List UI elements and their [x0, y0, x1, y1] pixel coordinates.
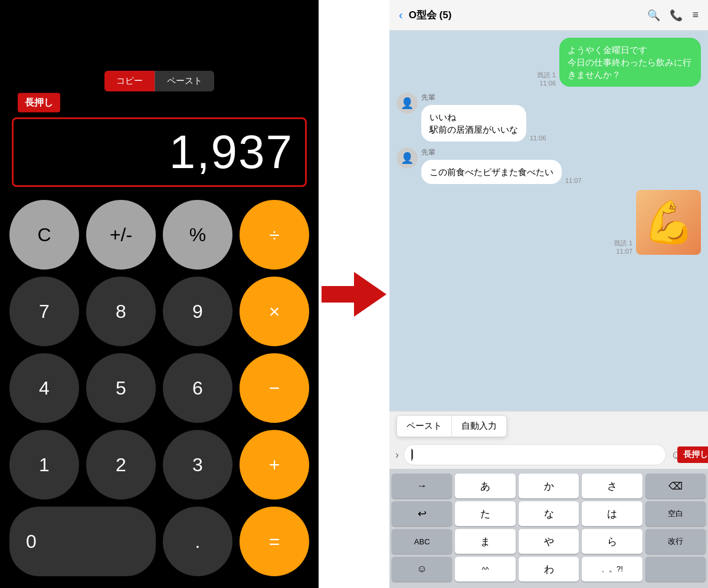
search-icon[interactable]: 🔍: [647, 9, 660, 22]
keyboard: → あ か さ ⌫ ↩ た な は 空白 ABC ま や ら 改行: [389, 469, 708, 588]
text-input[interactable]: |: [404, 444, 666, 465]
chat-title: O型会 (5): [409, 8, 642, 22]
btn-6[interactable]: 6: [163, 353, 232, 423]
btn-1[interactable]: 1: [9, 430, 79, 500]
message-row-self: 既読 111:06 ようやく金曜日です今日の仕事終わったら飲みに行きませんか？: [396, 38, 701, 87]
key-emoji[interactable]: ☺: [392, 557, 452, 582]
btn-percent[interactable]: %: [163, 200, 232, 270]
cursor: |: [411, 449, 412, 461]
msg-content-senpai-2: 先輩 この前食べたピザまた食べたい 11:07: [421, 147, 582, 184]
key-ha[interactable]: は: [582, 501, 642, 526]
btn-equals[interactable]: =: [240, 507, 309, 576]
key-ra[interactable]: ら: [582, 529, 642, 554]
calc-buttons: C +/- % ÷ 7 8 9 × 4 5 6 − 1 2 3 + 0 . =: [0, 193, 319, 588]
line-header: ‹ O型会 (5) 🔍 📞 ≡: [389, 0, 708, 31]
msg-bubble-self: ようやく金曜日です今日の仕事終わったら飲みに行きませんか？: [559, 38, 701, 87]
msg-meta-senpai-2: 11:07: [565, 177, 582, 184]
chat-area: 既読 111:06 ようやく金曜日です今日の仕事終わったら飲みに行きませんか？ …: [389, 31, 708, 411]
key-ka[interactable]: か: [519, 474, 579, 498]
key-abc[interactable]: ABC: [392, 529, 452, 554]
btn-plus[interactable]: +: [240, 430, 309, 500]
msg-meta-self: 既読 111:06: [537, 71, 556, 87]
btn-c[interactable]: C: [9, 200, 79, 270]
btn-4[interactable]: 4: [9, 353, 79, 423]
key-ya[interactable]: や: [519, 529, 579, 554]
input-area: ペースト 自動入力 › | ☺ 🎤 長押し → あ か さ ⌫: [389, 411, 708, 588]
key-arrow[interactable]: →: [392, 474, 452, 498]
btn-multiply[interactable]: ×: [240, 277, 309, 346]
calc-display-number: 1,937: [169, 126, 293, 178]
btn-5[interactable]: 5: [86, 353, 156, 423]
sticker-row: 既読 111:07 💪: [396, 190, 701, 255]
msg-bubble-senpai-2: この前食べたピザまた食べたい: [421, 160, 562, 184]
btn-3[interactable]: 3: [163, 430, 232, 500]
copy-paste-menu: コピー ペースト: [104, 71, 214, 91]
key-blank[interactable]: [645, 557, 706, 582]
header-icons: 🔍 📞 ≡: [647, 9, 699, 22]
key-punct[interactable]: 、。?!: [582, 557, 642, 582]
message-row-senpai-1: 👤 先輩 いいね駅前の居酒屋がいいな 11:06: [396, 93, 701, 142]
msg-meta-senpai-1: 11:06: [530, 134, 546, 142]
key-sa[interactable]: さ: [582, 474, 642, 498]
msg-bubble-senpai-1: いいね駅前の居酒屋がいいな: [421, 105, 526, 142]
btn-plusminus[interactable]: +/-: [86, 200, 156, 270]
calc-display-box: 1,937: [12, 117, 307, 187]
key-space[interactable]: 空白: [645, 501, 706, 526]
avatar-senpai-1: 👤: [396, 93, 418, 114]
keyboard-row-4: ☺ ^^ わ 、。?!: [392, 557, 706, 582]
paste-menu: ペースト 自動入力: [396, 415, 507, 437]
nagaoshi-label-right: 長押し: [677, 446, 708, 463]
input-row: › | ☺ 🎤 長押し: [389, 441, 708, 469]
sticker: 💪: [636, 190, 701, 255]
sender-name-2: 先輩: [421, 147, 582, 157]
menu-icon[interactable]: ≡: [692, 9, 699, 22]
btn-dot[interactable]: .: [163, 507, 232, 576]
message-row-senpai-2: 👤 先輩 この前食べたピザまた食べたい 11:07: [396, 147, 701, 184]
key-a[interactable]: あ: [455, 474, 515, 498]
paste-menu-item[interactable]: ペースト: [155, 71, 214, 91]
msg-content-self: ようやく金曜日です今日の仕事終わったら飲みに行きませんか？: [559, 38, 701, 87]
btn-8[interactable]: 8: [86, 277, 156, 346]
avatar-senpai-2: 👤: [396, 147, 418, 169]
key-ma[interactable]: ま: [455, 529, 515, 554]
key-undo[interactable]: ↩: [392, 501, 452, 526]
sender-name-1: 先輩: [421, 93, 546, 103]
key-wa[interactable]: わ: [519, 557, 579, 582]
keyboard-row-1: → あ か さ ⌫: [392, 474, 706, 498]
calculator-panel: コピー ペースト 長押し 1,937 C +/- % ÷ 7 8 9 × 4 5…: [0, 0, 319, 588]
key-enter[interactable]: 改行: [645, 529, 706, 554]
btn-2[interactable]: 2: [86, 430, 156, 500]
btn-minus[interactable]: −: [240, 353, 309, 423]
msg-content-senpai-1: 先輩 いいね駅前の居酒屋がいいな 11:06: [421, 93, 546, 142]
back-button[interactable]: ‹: [399, 8, 403, 22]
key-caret[interactable]: ^^: [455, 557, 515, 582]
nagaoshi-label-calc: 長押し: [18, 93, 60, 112]
arrow-container: [319, 0, 389, 588]
key-ta[interactable]: た: [455, 501, 515, 526]
btn-0[interactable]: 0: [9, 507, 156, 576]
paste-item[interactable]: ペースト: [397, 416, 452, 436]
key-backspace[interactable]: ⌫: [645, 474, 706, 498]
expand-button[interactable]: ›: [395, 449, 399, 461]
paste-menu-row: ペースト 自動入力: [389, 412, 708, 441]
auto-input-item[interactable]: 自動入力: [452, 416, 506, 436]
btn-7[interactable]: 7: [9, 277, 79, 346]
call-icon[interactable]: 📞: [670, 9, 683, 22]
btn-divide[interactable]: ÷: [240, 200, 309, 270]
keyboard-row-2: ↩ た な は 空白: [392, 501, 706, 526]
calc-display-area: コピー ペースト 長押し 1,937: [0, 0, 319, 193]
copy-menu-item[interactable]: コピー: [104, 71, 155, 91]
line-chat-panel: ‹ O型会 (5) 🔍 📞 ≡ 既読 111:06 ようやく金曜日です今日の仕事…: [389, 0, 708, 588]
btn-9[interactable]: 9: [163, 277, 232, 346]
key-na[interactable]: な: [519, 501, 579, 526]
keyboard-row-3: ABC ま や ら 改行: [392, 529, 706, 554]
